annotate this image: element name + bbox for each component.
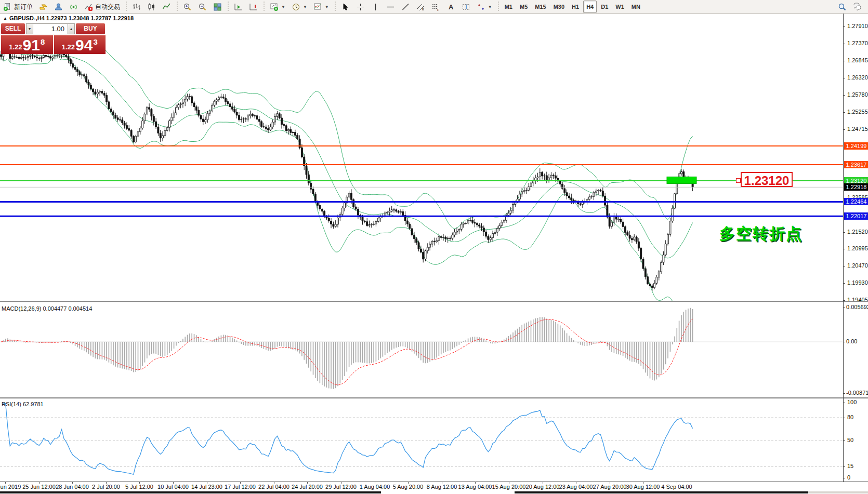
time-label: 2 Jul 20:00	[92, 484, 120, 490]
macd-axis-label: -0.008717	[846, 390, 868, 396]
price-tick-label: 1.19930	[847, 279, 868, 286]
collapse-one-click-icon[interactable]: ▲	[3, 16, 7, 21]
symbol-ohlc-text: GBPUSD-,H4 1.22973 1.23048 1.22787 1.229…	[9, 15, 134, 21]
rsi-axis-label: 80	[847, 414, 853, 420]
highlight-rectangle[interactable]	[667, 177, 696, 183]
mt4-window: 新订单自动交易▼▼▼EFAT▼M1M5M15M30H1H4D1W1MN ▲ GB…	[0, 0, 868, 494]
time-label: 27 Aug 20:00	[593, 484, 627, 490]
pane-splitter-macd[interactable]	[0, 301, 868, 302]
time-label: 8 Aug 12:00	[427, 484, 457, 490]
bottom-bar-tail	[808, 491, 868, 493]
price-tick-label: 1.26320	[847, 74, 868, 81]
volume-input[interactable]: 1.00	[33, 23, 68, 34]
buy-button[interactable]: BUY	[76, 23, 105, 34]
macd-indicator-label: MACD(12,26,9) 0.004477 0.004514	[2, 305, 92, 312]
time-label: 5 Jul 12:00	[125, 484, 153, 490]
one-click-trading-panel: SELL ▼ 1.00 ▲ BUY 1.22 91 8 1.22 94 3	[1, 23, 106, 54]
rsi-axis-label: 15	[847, 463, 853, 469]
time-label: 28 Jun 04:00	[56, 484, 89, 490]
price-badge-1.22464: 1.22464	[844, 198, 868, 205]
price-tick-label: 1.27370	[847, 40, 868, 46]
time-label: 17 Jul 12:00	[225, 484, 256, 490]
time-label: 15 Aug 20:00	[492, 484, 526, 490]
chart-canvas[interactable]	[0, 0, 868, 494]
price-tick-label: 1.25255	[847, 109, 868, 115]
time-label: 20 Aug 12:00	[526, 484, 560, 490]
price-badge-1.23617: 1.23617	[844, 161, 868, 168]
bid-big-digits: 91	[23, 38, 40, 52]
ask-pipette: 3	[93, 37, 97, 46]
volume-increase-button[interactable]: ▲	[68, 23, 75, 34]
time-label: 5 Aug 20:00	[393, 484, 424, 490]
macd-histogram	[1, 308, 693, 389]
pane-splitter-rsi[interactable]	[0, 397, 868, 399]
time-label: 13 Aug 04:00	[458, 484, 492, 490]
callout-anchor-handle[interactable]	[736, 178, 741, 183]
time-label: 22 Jul 04:00	[258, 484, 290, 490]
price-tick-label: 1.24715	[847, 126, 868, 132]
price-tick-label: 1.21520	[847, 229, 868, 235]
price-axis-line	[843, 14, 844, 482]
rsi-axis-label: 100	[847, 399, 857, 405]
time-label: 14 Jul 23:00	[191, 484, 222, 490]
ask-prefix: 1.22	[62, 43, 75, 51]
bid-price-panel[interactable]: 1.22 91 8	[1, 35, 53, 54]
price-badge-1.24199: 1.24199	[844, 142, 868, 150]
bottom-bar-segment	[515, 491, 808, 493]
time-label: 23 Aug 04:00	[559, 484, 593, 490]
rsi-indicator-label: RSI(14) 62.9781	[2, 401, 44, 407]
price-callout-label[interactable]: 1.23120	[741, 172, 793, 187]
price-badge-1.22017: 1.22017	[844, 212, 868, 220]
volume-decrease-button[interactable]: ▼	[26, 23, 33, 34]
candlesticks	[1, 39, 694, 291]
time-label: 4 Sep 04:00	[661, 484, 692, 490]
time-label: 20 Jun 2019	[0, 484, 21, 490]
price-tick-label: 1.26845	[847, 57, 868, 63]
time-label: 30 Aug 12:00	[626, 484, 660, 490]
time-label: 25 Jun 12:00	[22, 484, 56, 490]
ask-price-panel[interactable]: 1.22 94 3	[54, 35, 106, 54]
chinese-annotation[interactable]: 多空转折点	[719, 223, 803, 245]
macd-axis-label: 0.005692	[846, 304, 868, 310]
time-label: 29 Jul 12:00	[325, 484, 357, 490]
price-badge-1.22918: 1.22918	[844, 183, 868, 191]
price-tick-label: 1.27910	[847, 23, 868, 29]
time-label: 1 Aug 04:00	[360, 484, 390, 490]
sell-button[interactable]: SELL	[1, 23, 25, 34]
time-label: 24 Jul 20:00	[292, 484, 323, 490]
bid-prefix: 1.22	[9, 43, 22, 51]
time-axis-line	[0, 482, 868, 482]
rsi-axis-label: 50	[847, 437, 853, 443]
bid-pipette: 8	[41, 37, 45, 46]
rsi-axis-label: 0	[847, 474, 850, 480]
price-tick-label: 1.25780	[847, 91, 868, 98]
chart-symbol-title: ▲ GBPUSD-,H4 1.22973 1.23048 1.22787 1.2…	[3, 15, 134, 21]
rsi-line	[3, 403, 692, 474]
macd-axis-label: 0.00	[846, 338, 857, 344]
price-tick-label: 1.20470	[847, 262, 868, 269]
time-label: 10 Jul 04:00	[157, 484, 189, 490]
bottom-bar-segment	[0, 491, 381, 493]
ask-big-digits: 94	[75, 38, 93, 52]
price-tick-label: 1.20995	[847, 245, 868, 251]
